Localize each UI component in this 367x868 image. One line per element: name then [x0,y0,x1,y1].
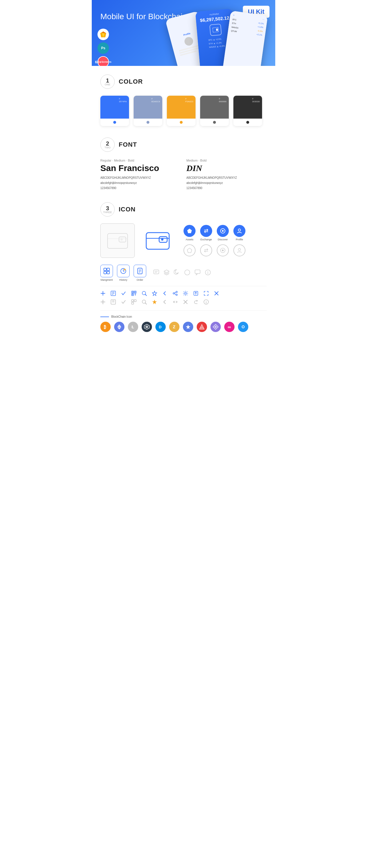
wallet-wireframe [101,223,135,258]
svg-marker-80 [152,300,157,304]
svg-marker-98 [214,326,217,328]
svg-point-24 [238,248,241,251]
svg-rect-8 [216,28,218,31]
phone-mockups: Profile myWallet $6,297,502.12 BTC ▲ +2.… [172,9,275,66]
discover-label: Discover [218,238,228,241]
assets-outline-icon [184,244,196,256]
svg-text:Ł: Ł [132,324,134,329]
svg-rect-25 [104,268,106,271]
color-section-header: 1 ONE COLOR [101,74,266,89]
info-icon-gray [204,299,209,306]
svg-line-79 [145,303,146,304]
sf-upper: ABCDEFGHIJKLMNOPQRSTUVWXYZ [101,175,181,181]
history-icon-item: History [117,265,130,281]
assets-icon [184,225,196,237]
svg-point-62 [176,294,177,296]
small-icons-colored [101,291,266,297]
font-san-francisco: Regular · Medium · Bold San Francisco AB… [101,159,181,191]
font-section-header: 2 TWO FONT [101,137,266,152]
nav-profile: Profile [233,225,246,241]
back-icon-gray [162,299,167,306]
ps-badge: Ps [97,42,109,54]
din-name: DIN [186,163,266,173]
resize-icon [204,291,209,297]
screens-label: Screens [102,60,112,64]
svg-point-101 [242,326,244,328]
color-swatches-container: #3574FA #8DA0C8 #F5A623 #666666 [101,96,266,126]
svg-rect-76 [134,300,136,302]
dash-icon: D [156,322,166,332]
litecoin-icon: Ł [128,322,138,332]
font-section-num: 2 TWO [101,137,115,152]
exchange-label: Exchange [200,238,212,241]
svg-point-41 [207,271,208,272]
din-nums: 1234567890 [186,186,266,191]
svg-point-23 [222,249,224,251]
info-icon [205,269,211,277]
management-icon-item: Mangment [101,265,113,281]
ps-label: Ps [101,46,106,50]
din-upper: ABCDEFGHIJKLMNOPQRSTUVWXYZ [186,175,266,181]
generic1-icon [183,322,193,332]
svg-rect-9 [108,234,128,248]
svg-rect-28 [107,271,110,274]
divider-1 [101,286,266,286]
hero-section: Mobile UI for Blockchain Wallet UI Kit P… [92,0,275,66]
management-icon [101,265,113,277]
nav-icons-group: Assets Exchange Discover [184,225,246,256]
svg-rect-53 [135,291,136,292]
plus-icon [101,291,106,297]
screens-count: 60+ [95,60,101,64]
profile-label: Profile [236,238,243,241]
order-label: Order [137,278,143,281]
management-label: Mangment [101,278,113,281]
app-icons-row: Mangment History Order [101,265,266,281]
layers-icon [163,269,170,277]
color-section-num: 1 ONE [101,74,115,89]
svg-point-60 [176,291,177,293]
history-label: History [119,278,127,281]
nav-icons-filled: Assets Exchange Discover [184,225,246,241]
sf-name: San Francisco [101,163,181,173]
nav-discover-outline [217,244,229,256]
svg-rect-52 [132,291,133,292]
divider-2 [101,310,266,311]
font-grid: Regular · Medium · Bold San Francisco AB… [101,159,266,191]
arrows-icon-gray [173,299,178,306]
din-meta: Medium · Bold [186,159,266,162]
augur-icon [197,322,207,332]
generic3-icon: ∞ [224,322,234,332]
discover-outline-icon [217,244,229,256]
assets-label: Assets [186,238,193,241]
edit-icon [111,291,116,297]
order-icon [134,265,146,277]
misc-icons [153,269,211,277]
wallet-final-svg [145,229,171,252]
svg-marker-21 [187,248,192,253]
font-num-big: 2 [106,141,109,146]
blockchain-text: BlockChain Icon [111,315,132,318]
font-section: 2 TWO FONT Regular · Medium · Bold San F… [101,137,266,191]
color-section: 1 ONE COLOR #3574FA #8DA0C8 #F5A623 [101,74,266,126]
redo-icon-gray [193,299,198,306]
edit-icon-gray [111,299,116,306]
main-content: 1 ONE COLOR #3574FA #8DA0C8 #F5A623 [92,66,275,352]
qr-icon-gray [131,299,137,306]
svg-rect-26 [107,268,110,271]
bitcoin-icon: ₿ [101,322,111,332]
crypto-icons-row: ₿ Ł D Z [101,322,266,332]
svg-text:₿: ₿ [104,324,106,330]
zcash-icon: Z [169,322,179,332]
icon-num-big: 3 [106,206,109,211]
swatch-dark: #303030 [233,96,262,126]
svg-rect-13 [146,232,169,249]
svg-rect-35 [154,270,159,274]
svg-point-38 [185,270,190,275]
hero-badges: Ps 60+ Screens [97,29,109,66]
settings-icon [183,291,188,297]
search-icon [142,291,147,297]
font-din: Medium · Bold DIN ABCDEFGHIJKLMNOPQRSTUV… [186,159,266,191]
sf-nums: 1234567890 [101,186,181,191]
share-icon [173,291,178,297]
sf-lower: abcdefghijklmnopqrstuvwxyz [101,181,181,186]
